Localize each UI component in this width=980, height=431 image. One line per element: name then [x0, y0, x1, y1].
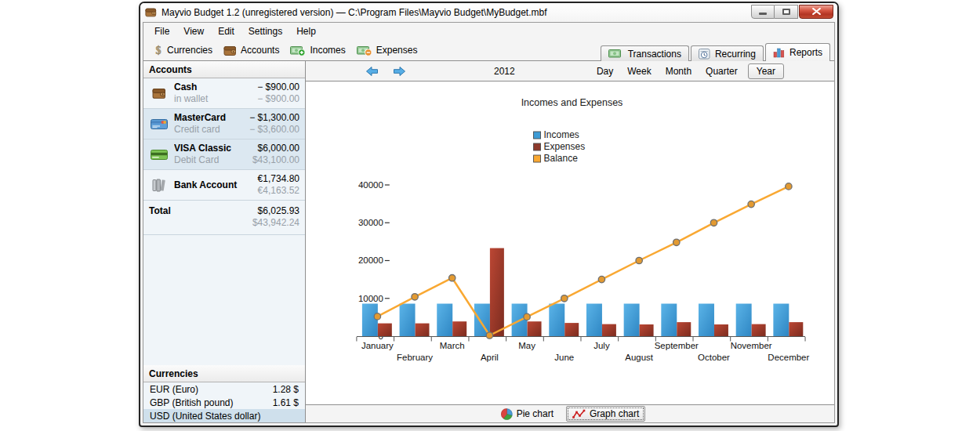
close-button[interactable]: [799, 5, 833, 19]
app-window: Mayvio Budget 1.2 (unregistered version)…: [139, 2, 839, 427]
expenses-icon: [357, 45, 372, 56]
period-option-month[interactable]: Month: [659, 64, 699, 78]
currency-name: USD (United States dollar): [150, 411, 260, 422]
toolbar-button-accounts[interactable]: Accounts: [220, 43, 286, 58]
tab-bar: TransactionsRecurringReports: [599, 43, 830, 61]
title-bar[interactable]: Mayvio Budget 1.2 (unregistered version)…: [140, 3, 837, 22]
currency-rate: 1.28 $: [273, 384, 299, 395]
menu-item-help[interactable]: Help: [289, 24, 323, 39]
account-names: Cashin wallet: [174, 81, 257, 105]
balance-point-5: [561, 295, 568, 302]
account-name: Bank Account: [174, 179, 258, 191]
y-axis-tick-label: 30000: [358, 218, 383, 227]
expense-bar-6: [602, 324, 616, 336]
currency-name: GBP (British pound): [150, 397, 234, 408]
currency-row-usd[interactable]: USD (United States dollar): [143, 409, 305, 422]
toolbar-button-expenses[interactable]: Expenses: [353, 43, 425, 58]
incomes-expenses-chart: Incomes and ExpensesIncomesExpensesBalan…: [306, 81, 834, 404]
graph-chart-button[interactable]: Graph chart: [566, 406, 645, 422]
tab-reports[interactable]: Reports: [765, 43, 830, 61]
minimize-button[interactable]: [751, 5, 775, 19]
menu-item-edit[interactable]: Edit: [211, 24, 241, 39]
balance-point-9: [710, 219, 717, 226]
minimize-icon: [759, 13, 767, 15]
tab-label: Recurring: [715, 49, 756, 60]
x-axis-label-august: August: [625, 353, 654, 362]
income-bar-7: [624, 304, 640, 337]
reports-icon: [773, 47, 786, 58]
menu-item-settings[interactable]: Settings: [241, 24, 289, 39]
expense-bar-2: [452, 321, 466, 336]
total-label: Total: [149, 205, 171, 216]
accounts-icon: [223, 45, 237, 56]
pie-chart-button[interactable]: Pie chart: [495, 406, 560, 422]
account-row-visa-classic[interactable]: VISA ClassicDebit Card$6,000.00$43,100.0…: [143, 139, 305, 170]
transactions-icon: [608, 48, 624, 60]
account-values: − $1,300.00− $3,600.00: [249, 112, 299, 136]
expense-bar-4: [528, 321, 542, 336]
x-axis-label-january: January: [361, 341, 394, 350]
graph-chart-icon: [572, 409, 586, 419]
toolbar-button-label: Incomes: [310, 45, 345, 56]
account-row-mastercard[interactable]: MasterCardCredit card− $1,300.00− $3,600…: [143, 109, 305, 139]
income-bar-9: [699, 304, 714, 337]
toolbar-button-label: Accounts: [241, 45, 279, 56]
account-subvalue: €4,163.52: [258, 185, 299, 197]
menu-item-file[interactable]: File: [147, 24, 176, 39]
balance-point-2: [449, 275, 456, 281]
account-value: €1,734.80: [258, 173, 299, 185]
incomes-icon: [290, 45, 306, 56]
period-option-year[interactable]: Year: [748, 63, 784, 79]
toolbar-button-currencies[interactable]: $Currencies: [150, 43, 220, 58]
account-names: Bank Account: [174, 179, 258, 191]
account-value: − $900.00: [257, 81, 299, 93]
currency-name: EUR (Euro): [150, 384, 198, 395]
client-area: FileViewEditSettingsHelp $CurrenciesAcco…: [143, 22, 835, 423]
income-bar-0: [362, 304, 378, 337]
credit-card-blue-icon: [147, 118, 171, 130]
account-name: Cash: [174, 81, 257, 93]
balance-point-8: [673, 239, 680, 245]
period-option-week[interactable]: Week: [620, 64, 658, 78]
tab-recurring[interactable]: Recurring: [691, 45, 764, 61]
expense-bar-7: [640, 324, 654, 336]
expense-bar-11: [789, 322, 803, 336]
main-area: Accounts Cashin wallet− $900.00− $900.00…: [143, 60, 834, 422]
currency-row-gbp[interactable]: GBP (British pound)1.61 $: [143, 396, 305, 409]
currency-row-eur[interactable]: EUR (Euro)1.28 $: [143, 382, 305, 396]
previous-period-button[interactable]: [365, 66, 379, 77]
tab-transactions[interactable]: Transactions: [601, 45, 689, 61]
period-option-day[interactable]: Day: [590, 64, 620, 78]
next-period-button[interactable]: [393, 66, 406, 77]
period-navigation: [365, 66, 406, 77]
x-axis-label-november: November: [731, 341, 772, 350]
close-icon: [812, 8, 821, 15]
toolbar-buttons: $CurrenciesAccountsIncomesExpenses: [150, 43, 424, 58]
account-names: MasterCardCredit card: [174, 112, 249, 136]
credit-card-green-icon: [147, 149, 171, 161]
income-bar-2: [437, 304, 452, 337]
income-bar-5: [549, 304, 564, 337]
account-row-bank-account[interactable]: Bank Account€1,734.80€4,163.52: [143, 170, 305, 201]
menu-item-view[interactable]: View: [176, 24, 211, 39]
chart-type-switcher: Pie chartGraph chart: [306, 404, 834, 422]
accounts-header: Accounts: [143, 61, 305, 78]
account-subtitle: Debit Card: [174, 154, 252, 166]
account-row-cash[interactable]: Cashin wallet− $900.00− $900.00: [143, 78, 305, 109]
toolbar-button-incomes[interactable]: Incomes: [286, 43, 352, 58]
period-option-quarter[interactable]: Quarter: [699, 64, 745, 78]
legend-label-incomes: Incomes: [544, 129, 579, 140]
currencies-list: EUR (Euro)1.28 $GBP (British pound)1.61 …: [143, 382, 305, 422]
x-axis-label-february: February: [397, 353, 433, 362]
toolbar-button-label: Currencies: [167, 45, 212, 56]
maximize-button[interactable]: [775, 5, 798, 19]
x-axis-label-may: May: [518, 341, 535, 350]
income-bar-8: [661, 304, 677, 337]
legend-label-balance: Balance: [544, 153, 579, 164]
x-axis-label-december: December: [768, 353, 809, 362]
reports-panel: 2012 DayWeekMonthQuarterYear Incomes and…: [306, 61, 834, 422]
app-icon: [145, 7, 157, 17]
window-controls: [751, 5, 833, 19]
wallet-icon: [147, 87, 171, 100]
pie-chart-icon: [501, 408, 513, 420]
